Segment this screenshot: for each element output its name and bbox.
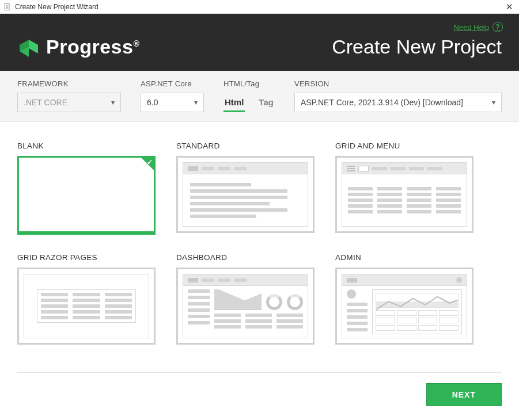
brand-name: Progress® [46,36,139,58]
chevron-down-icon: ▾ [194,98,198,106]
template-standard[interactable]: STANDARD [176,142,315,235]
template-dashboard[interactable]: DASHBOARD [176,253,315,345]
framework-label: FRAMEWORK [17,79,121,88]
version-label: VERSION [294,79,502,88]
donut-chart-icon [287,294,303,310]
template-thumb [342,162,467,227]
chevron-down-icon: ▾ [111,98,115,106]
template-card [17,268,156,345]
header: Need Help ? Progress® Create New Project [0,14,519,71]
template-grid: BLANK ✓ STANDARD [0,122,519,350]
tab-tag[interactable]: Tag [257,94,275,112]
template-admin[interactable]: ADMIN [335,253,473,345]
window-title: Create New Project Wizard [15,3,503,11]
donut-chart-icon [266,294,282,310]
htmltag-label: HTML/Tag [223,79,275,88]
template-thumb [342,274,467,338]
template-card: ✓ [17,156,156,235]
need-help-link[interactable]: Need Help ? [454,22,503,32]
progress-logo-icon [17,36,40,58]
framework-value: .NET CORE [24,98,67,107]
aspnet-label: ASP.NET Core [141,79,204,88]
filter-bar: FRAMEWORK .NET CORE ▾ ASP.NET Core 6.0 ▾… [0,71,519,122]
template-card [176,156,315,233]
template-card [335,156,473,233]
chevron-down-icon: ▾ [492,98,495,106]
template-blank[interactable]: BLANK ✓ [17,142,156,235]
template-label: ADMIN [335,253,473,262]
template-grid-menu[interactable]: GRID AND MENU [335,142,473,235]
hamburger-icon [347,166,355,171]
template-card [335,268,473,345]
document-icon [3,3,12,11]
window-titlebar: Create New Project Wizard ✕ [0,0,519,14]
tab-html[interactable]: Html [223,94,245,112]
template-card [176,268,315,345]
area-chart-icon [214,289,262,310]
aspnet-value: 6.0 [147,98,158,107]
version-dropdown[interactable]: ASP.NET Core, 2021.3.914 (Dev) [Download… [294,93,502,112]
template-label: DASHBOARD [176,253,315,262]
close-icon[interactable]: ✕ [503,2,516,12]
avatar-icon [347,289,356,299]
template-label: GRID AND MENU [335,142,473,150]
template-thumb [183,162,308,227]
brand-logo: Progress® [17,36,139,58]
template-label: BLANK [17,142,156,150]
version-value: ASP.NET Core, 2021.3.914 (Dev) [Download… [301,98,463,107]
aspnet-dropdown[interactable]: 6.0 ▾ [141,93,204,112]
framework-dropdown: .NET CORE ▾ [17,93,121,112]
help-question-icon: ? [493,22,503,32]
line-chart-icon [376,293,459,308]
footer: NEXT [0,372,519,420]
template-grid-razor[interactable]: GRID RAZOR PAGES [17,253,156,345]
checkmark-icon: ✓ [147,158,153,166]
template-thumb [24,274,149,338]
page-title: Create New Project [332,36,502,58]
template-label: STANDARD [176,142,315,150]
template-thumb [183,274,308,338]
need-help-label: Need Help [454,23,489,32]
next-button[interactable]: NEXT [426,383,502,406]
template-label: GRID RAZOR PAGES [17,253,156,262]
